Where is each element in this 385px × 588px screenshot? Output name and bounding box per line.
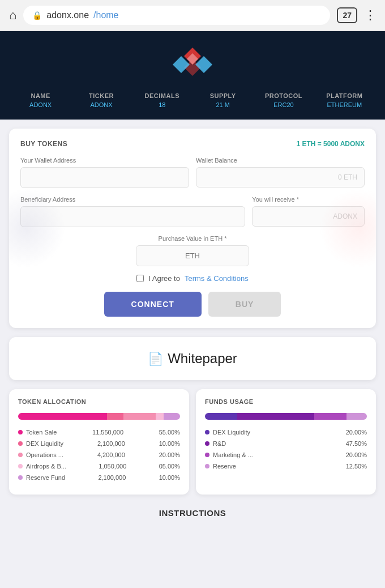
legend-num-5: 2,100,000	[98, 474, 126, 481]
ticker-value: ADONX	[72, 101, 130, 108]
funds-usage-card: FUNDS USAGE DEX Liquidity 20.00%	[196, 389, 376, 495]
legend-pct-5: 10.00%	[159, 474, 180, 481]
receive-label: You will receive *	[252, 196, 365, 203]
funds-legend-item-4: Reserve 12.50%	[205, 463, 367, 470]
main-content: BUY TOKENS 1 ETH = 5000 ADONX Your Walle…	[0, 120, 385, 536]
purchase-row: Purchase Value in ETH *	[20, 235, 365, 266]
funds-usage-title: FUNDS USAGE	[205, 398, 367, 405]
funds-legend-pct-1: 20.00%	[346, 429, 367, 436]
buy-tokens-title: BUY TOKENS	[20, 140, 67, 148]
lock-icon: 🔒	[32, 11, 42, 20]
supply-value: 21 M	[194, 101, 252, 108]
funds-legend-name-2: R&D	[213, 440, 226, 447]
beneficiary-group: Beneficiary Address	[20, 196, 245, 227]
terms-link[interactable]: Terms & Conditions	[185, 274, 249, 283]
url-path: /home	[93, 10, 118, 20]
wallet-row: Your Wallet Address Wallet Balance	[20, 157, 365, 188]
funds-legend-pct-3: 20.00%	[346, 451, 367, 458]
terms-checkbox[interactable]	[136, 275, 144, 282]
funds-usage-bar	[205, 413, 367, 420]
legend-item-1: Token Sale 11,550,000 55.00%	[18, 429, 180, 436]
funds-legend-dot-3	[205, 453, 209, 457]
token-allocation-bar	[18, 413, 180, 420]
token-name-item: NAME ADONX	[11, 92, 70, 108]
instructions-title: INSTRUCTIONS	[9, 504, 376, 527]
token-allocation-card: TOKEN ALLOCATION Token Sale 11,550,000 5…	[9, 389, 189, 495]
legend-item-2: DEX Liquidity 2,100,000 10.00%	[18, 440, 180, 447]
funds-legend-pct-2: 47.50%	[346, 440, 367, 447]
legend-dot-5	[18, 475, 23, 480]
funds-legend-dot-2	[205, 441, 209, 446]
wallet-balance-label: Wallet Balance	[196, 157, 365, 164]
funds-legend-name-3: Marketing & ...	[213, 451, 253, 458]
legend-item-3: Operations ... 4,200,000 20.00%	[18, 451, 180, 458]
token-allocation-title: TOKEN ALLOCATION	[18, 398, 180, 405]
url-domain: adonx.one	[46, 10, 89, 20]
legend-num-1: 11,550,000	[92, 429, 123, 436]
legend-pct-1: 55.00%	[159, 429, 180, 436]
buy-tokens-card: BUY TOKENS 1 ETH = 5000 ADONX Your Walle…	[9, 129, 376, 328]
legend-name-5: Reserve Fund	[26, 474, 65, 481]
rate-text: 1 ETH = 5000 ADONX	[296, 140, 365, 148]
funds-legend-pct-4: 12.50%	[346, 463, 367, 470]
decimals-label: DECIMALS	[133, 92, 191, 99]
legend-num-3: 4,200,000	[97, 451, 125, 458]
legend-pct-2: 10.00%	[159, 440, 180, 447]
funds-legend-name-4: Reserve	[213, 463, 236, 470]
button-row: CONNECT BUY	[20, 292, 365, 317]
funds-legend-item-3: Marketing & ... 20.00%	[205, 451, 367, 458]
legend-pct-4: 05.00%	[159, 463, 180, 470]
funds-legend-dot-1	[205, 430, 209, 434]
purchase-input[interactable]	[136, 245, 249, 266]
wallet-balance-input[interactable]	[196, 167, 365, 188]
bar-segment-3	[123, 413, 156, 420]
bar-segment-5	[164, 413, 180, 420]
url-bar[interactable]: 🔒 adonx.one/home	[23, 6, 330, 25]
token-decimals-item: DECIMALS 18	[133, 92, 191, 108]
legend-pct-3: 20.00%	[159, 451, 180, 458]
funds-bar-segment-2	[237, 413, 314, 420]
legend-dot-4	[18, 464, 23, 468]
beneficiary-input[interactable]	[20, 206, 245, 227]
funds-legend-name-1: DEX Liquidity	[213, 429, 250, 436]
wallet-address-group: Your Wallet Address	[20, 157, 189, 188]
funds-bar-segment-4	[346, 413, 367, 420]
name-label: NAME	[11, 92, 70, 99]
supply-label: SUPPLY	[194, 92, 252, 99]
wallet-address-label: Your Wallet Address	[20, 157, 189, 164]
ticker-label: TICKER	[72, 92, 130, 99]
funds-legend-item-2: R&D 47.50%	[205, 440, 367, 447]
wallet-address-input[interactable]	[20, 167, 189, 188]
funds-usage-legend: DEX Liquidity 20.00% R&D 47.50% Marketin…	[205, 429, 367, 470]
legend-dot-3	[18, 453, 23, 457]
checkbox-label: I Agree to	[148, 274, 180, 283]
platform-label: PLATFORM	[315, 92, 374, 99]
connect-button[interactable]: CONNECT	[104, 292, 202, 317]
funds-legend-dot-4	[205, 464, 209, 468]
legend-name-2: DEX Liquidity	[26, 440, 63, 447]
logo	[173, 45, 212, 81]
token-allocation-legend: Token Sale 11,550,000 55.00% DEX Liquidi…	[18, 429, 180, 481]
browser-chrome: ⌂ 🔒 adonx.one/home 27 ⋮	[0, 0, 385, 31]
wallet-balance-group: Wallet Balance	[196, 157, 365, 188]
decimals-value: 18	[133, 101, 191, 108]
buy-button[interactable]: BUY	[208, 292, 281, 317]
whitepaper-card[interactable]: 📄Whitepaper	[9, 337, 376, 380]
tab-count[interactable]: 27	[337, 7, 357, 23]
beneficiary-label: Beneficiary Address	[20, 196, 245, 203]
legend-name-3: Operations ...	[26, 451, 63, 458]
bar-segment-4	[156, 413, 164, 420]
bar-segment-1	[18, 413, 107, 420]
receive-input[interactable]	[252, 206, 365, 227]
legend-name-1: Token Sale	[26, 429, 57, 436]
legend-item-4: Airdrops & B... 1,050,000 05.00%	[18, 463, 180, 470]
funds-legend-item-1: DEX Liquidity 20.00%	[205, 429, 367, 436]
platform-value: ETHEREUM	[315, 101, 374, 108]
protocol-value: ERC20	[254, 101, 313, 108]
funds-bar-segment-3	[314, 413, 346, 420]
card-header: BUY TOKENS 1 ETH = 5000 ADONX	[20, 140, 365, 148]
menu-icon[interactable]: ⋮	[364, 8, 376, 23]
purchase-group: Purchase Value in ETH *	[136, 235, 249, 266]
home-icon[interactable]: ⌂	[9, 8, 16, 23]
charts-row: TOKEN ALLOCATION Token Sale 11,550,000 5…	[9, 389, 376, 495]
